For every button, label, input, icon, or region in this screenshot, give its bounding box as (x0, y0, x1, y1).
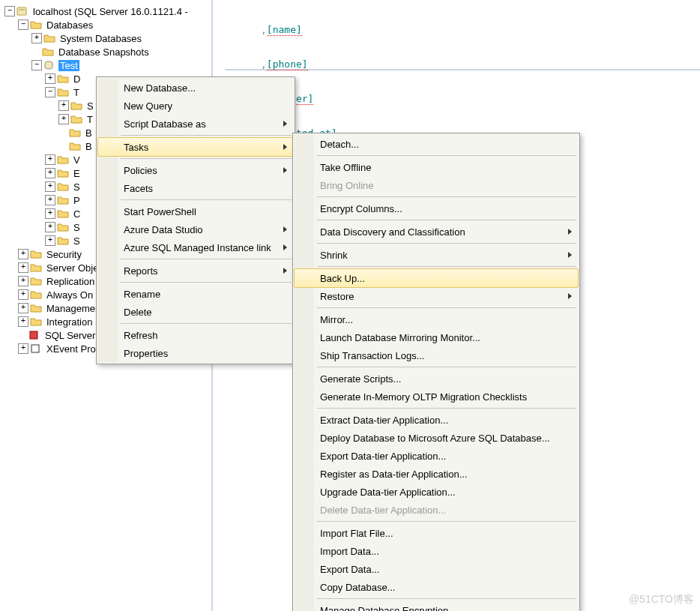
menu-new-query[interactable]: New Query (98, 97, 293, 115)
menu-generate-scripts[interactable]: Generate Scripts... (295, 370, 578, 388)
expand-icon[interactable]: + (45, 73, 55, 84)
menu-policies[interactable]: Policies (98, 161, 293, 179)
menu-label: Rename (124, 289, 160, 300)
menu-generate-imoltp[interactable]: Generate In-Memory OLTP Migration Checkl… (295, 388, 578, 406)
menu-start-powershell[interactable]: Start PowerShell (98, 202, 293, 220)
menu-refresh[interactable]: Refresh (98, 326, 293, 344)
expand-icon[interactable]: + (45, 235, 55, 246)
tree-node-snapshots[interactable]: Database Snapshots (0, 45, 211, 58)
collapse-icon[interactable]: − (31, 60, 42, 70)
tree-label: C (72, 208, 82, 220)
tree-node-server[interactable]: − localhost (SQL Server 16.0.1121.4 - (0, 4, 211, 18)
tree-label: S (72, 222, 82, 233)
menu-label: Policies (124, 165, 157, 176)
tree-node-databases[interactable]: − Databases (0, 18, 211, 31)
menu-facets[interactable]: Facets (98, 179, 293, 197)
expand-icon[interactable]: + (58, 100, 69, 111)
menu-copy-database[interactable]: Copy Database... (295, 578, 578, 596)
menu-label: Shrink (320, 250, 348, 261)
menu-ship-transaction-logs[interactable]: Ship Transaction Logs... (295, 346, 578, 364)
menu-register-dta[interactable]: Register as Data-tier Application... (295, 465, 578, 483)
menu-separator (317, 521, 576, 522)
menu-label: Reports (124, 265, 158, 277)
collapse-icon[interactable]: − (45, 87, 55, 97)
menu-label: Generate Scripts... (320, 373, 401, 385)
expand-icon[interactable]: + (18, 262, 28, 273)
expand-icon[interactable]: + (45, 222, 55, 232)
menu-new-database[interactable]: New Database... (98, 79, 293, 97)
menu-separator (317, 307, 576, 308)
menu-tasks[interactable]: Tasks (97, 137, 294, 157)
expand-icon[interactable]: + (18, 249, 28, 259)
menu-properties[interactable]: Properties (98, 344, 293, 362)
expand-icon[interactable]: + (45, 208, 55, 219)
menu-delete[interactable]: Delete (98, 303, 293, 321)
collapse-icon[interactable]: − (18, 19, 28, 30)
menu-label: Mirror... (320, 314, 353, 325)
tree-label: D (72, 73, 82, 85)
folder-icon (30, 249, 42, 259)
menu-export-data[interactable]: Export Data... (295, 560, 578, 578)
folder-icon (70, 114, 82, 124)
menu-label: Export Data-tier Application... (320, 451, 446, 462)
menu-extract-dta[interactable]: Extract Data-tier Application... (295, 411, 578, 429)
tree-label: B (84, 141, 94, 152)
menu-label: Start PowerShell (124, 206, 196, 217)
expand-icon[interactable]: + (18, 303, 28, 313)
tree-node-system-databases[interactable]: + System Databases (0, 31, 211, 45)
sql-editor[interactable]: ,[name] ,[phone] ,[gender] ,[created_at]… (225, 0, 700, 70)
tasks-submenu: Detach... Take Offline Bring Online Encr… (292, 133, 580, 611)
expand-icon[interactable]: + (45, 154, 55, 165)
menu-label: Import Flat File... (320, 528, 393, 539)
menu-label: Azure SQL Managed Instance link (124, 242, 271, 253)
menu-detach[interactable]: Detach... (295, 135, 578, 153)
expand-icon[interactable]: + (18, 343, 28, 354)
menu-import-data[interactable]: Import Data... (295, 542, 578, 560)
expand-icon[interactable]: + (18, 289, 28, 300)
menu-restore[interactable]: Restore (295, 287, 578, 305)
menu-mirror[interactable]: Mirror... (295, 310, 578, 328)
submenu-arrow-icon (283, 226, 287, 232)
menu-separator (121, 282, 292, 283)
menu-deploy-azure[interactable]: Deploy Database to Microsoft Azure SQL D… (295, 429, 578, 447)
menu-label: Back Up... (320, 273, 365, 284)
tree-node-test-db[interactable]: − Test (0, 58, 211, 72)
expand-icon[interactable]: + (18, 276, 28, 286)
tree-label: B (84, 127, 94, 139)
menu-upgrade-dta[interactable]: Upgrade Data-tier Application... (295, 483, 578, 501)
menu-separator (317, 408, 576, 409)
folder-icon (57, 154, 69, 165)
expand-icon[interactable]: + (18, 316, 28, 327)
menu-separator (121, 158, 292, 159)
menu-label: Generate In-Memory OLTP Migration Checkl… (320, 391, 527, 403)
menu-label: Deploy Database to Microsoft Azure SQL D… (320, 433, 550, 444)
expand-icon[interactable]: + (45, 195, 55, 205)
menu-back-up[interactable]: Back Up... (294, 268, 579, 288)
menu-data-discovery-classification[interactable]: Data Discovery and Classification (295, 223, 578, 241)
menu-shrink[interactable]: Shrink (295, 246, 578, 264)
xevent-icon (30, 343, 42, 354)
menu-azure-sql-mi-link[interactable]: Azure SQL Managed Instance link (98, 238, 293, 256)
collapse-icon[interactable]: − (4, 6, 15, 16)
menu-label: Refresh (124, 330, 158, 341)
menu-manage-encryption[interactable]: Manage Database Encryption... (295, 601, 578, 611)
menu-encrypt-columns[interactable]: Encrypt Columns... (295, 199, 578, 217)
submenu-arrow-icon (283, 121, 287, 127)
menu-rename[interactable]: Rename (98, 285, 293, 303)
expand-icon[interactable]: + (31, 33, 42, 43)
menu-take-offline[interactable]: Take Offline (295, 158, 578, 176)
menu-export-dta[interactable]: Export Data-tier Application... (295, 447, 578, 465)
expand-icon[interactable]: + (58, 114, 69, 124)
menu-script-database-as[interactable]: Script Database as (98, 115, 293, 133)
editor-line: ,[name] (225, 24, 700, 36)
menu-reports[interactable]: Reports (98, 262, 293, 280)
submenu-arrow-icon (283, 268, 287, 274)
editor-line: ,[gender] (225, 93, 700, 105)
menu-launch-mirroring-monitor[interactable]: Launch Database Mirroring Monitor... (295, 328, 578, 346)
expand-icon[interactable]: + (45, 168, 55, 178)
menu-azure-data-studio[interactable]: Azure Data Studio (98, 220, 293, 238)
database-icon (43, 60, 55, 70)
menu-import-flat-file[interactable]: Import Flat File... (295, 524, 578, 542)
submenu-arrow-icon (568, 252, 572, 258)
expand-icon[interactable]: + (45, 181, 55, 192)
